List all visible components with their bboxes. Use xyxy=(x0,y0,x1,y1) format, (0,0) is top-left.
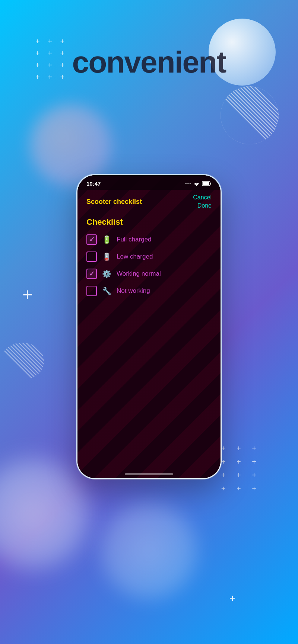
home-indicator xyxy=(125,473,173,475)
checkbox-low-charged[interactable] xyxy=(86,251,97,262)
status-bar: 10:47 ••• xyxy=(77,175,221,190)
section-title: Checklist xyxy=(86,217,213,227)
checkmark-icon: ✓ xyxy=(89,236,95,244)
bg-circle-bottom-left xyxy=(0,458,89,570)
wifi-icon xyxy=(194,182,200,186)
bg-circle-mid-left xyxy=(30,104,112,186)
nav-buttons: Cancel Done xyxy=(193,194,212,209)
plus-group-bottom-left: + xyxy=(22,281,36,309)
nav-title: Scooter checklist xyxy=(86,198,142,206)
working-normal-icon: ⚙️ xyxy=(102,269,111,278)
bg-stripes-top-right xyxy=(220,86,279,145)
low-charged-label: Low charged xyxy=(117,253,153,260)
full-charged-icon: 🔋 xyxy=(102,235,111,244)
checklist-item-working-normal: ✓ ⚙️ Working normal xyxy=(86,269,212,279)
svg-rect-29 xyxy=(203,182,209,185)
full-charged-label: Full charged xyxy=(117,236,152,243)
not-working-icon: 🔧 xyxy=(102,286,111,295)
checklist-item-not-working: 🔧 Not working xyxy=(86,286,212,296)
signal-dots-icon: ••• xyxy=(185,182,191,186)
app-content: Scooter checklist Cancel Done Checklist … xyxy=(77,190,221,296)
checkbox-not-working[interactable] xyxy=(86,286,97,296)
bg-circle-bottom-center xyxy=(101,503,197,599)
bg-stripes-bottom-left xyxy=(0,339,45,384)
plus-group-bottom-right: + + + + + + + + + + + + xyxy=(221,442,261,495)
done-button[interactable]: Done xyxy=(197,202,212,209)
svg-line-4 xyxy=(220,86,279,145)
nav-bar: Scooter checklist Cancel Done xyxy=(85,190,213,214)
svg-line-21 xyxy=(11,339,45,384)
not-working-label: Not working xyxy=(117,287,150,295)
svg-line-18 xyxy=(0,339,45,384)
status-icons: ••• xyxy=(185,181,212,186)
svg-rect-28 xyxy=(210,183,212,185)
checklist: ✓ 🔋 Full charged 🪫 Low charged ✓ ⚙️ xyxy=(85,234,213,296)
plus-group-bottom-right-single: + xyxy=(229,590,238,607)
status-time: 10:47 xyxy=(86,180,101,187)
phone-frame: 10:47 ••• S xyxy=(76,174,222,479)
phone-screen: 10:47 ••• S xyxy=(77,175,221,478)
checkmark-icon-2: ✓ xyxy=(89,270,95,278)
battery-icon xyxy=(202,181,212,186)
checkbox-full-charged[interactable]: ✓ xyxy=(86,234,97,245)
checklist-item-full-charged: ✓ 🔋 Full charged xyxy=(86,234,212,245)
svg-line-19 xyxy=(4,339,45,384)
page-title: convenient xyxy=(0,45,298,80)
checklist-item-low-charged: 🪫 Low charged xyxy=(86,251,212,262)
working-normal-label: Working normal xyxy=(117,270,161,278)
cancel-button[interactable]: Cancel xyxy=(193,194,212,201)
checkbox-working-normal[interactable]: ✓ xyxy=(86,269,97,279)
low-charged-icon: 🪫 xyxy=(102,252,111,261)
